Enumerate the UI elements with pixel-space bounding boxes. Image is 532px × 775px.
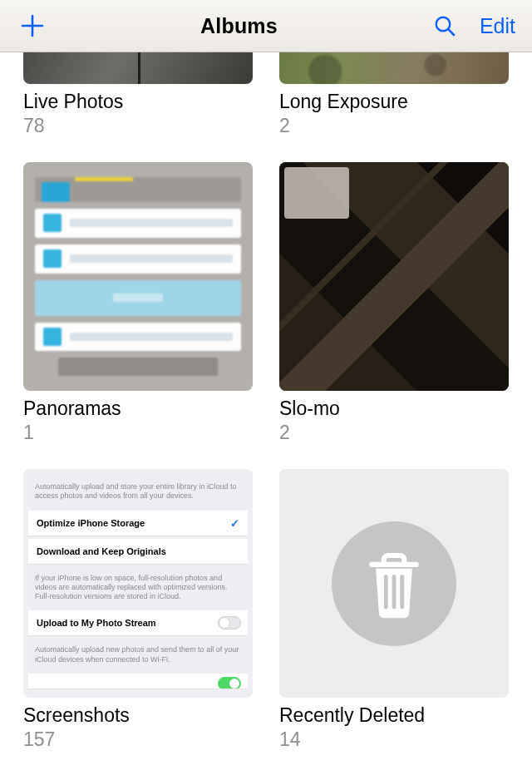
trash-icon <box>332 521 456 646</box>
thumb-text: If your iPhone is low on space, full-res… <box>28 567 248 609</box>
album-count: 2 <box>279 422 509 444</box>
album-title: Panoramas <box>23 397 253 420</box>
toggle-icon <box>218 677 241 689</box>
add-album-button[interactable] <box>20 13 45 38</box>
toggle-icon <box>218 616 241 629</box>
album-panoramas[interactable]: Panoramas 1 <box>23 162 253 444</box>
thumb-text: Automatically upload and store your enti… <box>28 476 248 508</box>
album-count: 78 <box>23 115 253 137</box>
album-live-photos[interactable]: Live Photos 78 <box>23 52 253 137</box>
page-title: Albums <box>200 14 278 38</box>
album-thumbnail <box>279 52 509 84</box>
album-count: 14 <box>279 728 509 751</box>
album-title: Slo-mo <box>279 397 509 420</box>
album-count: 157 <box>23 728 253 751</box>
albums-grid: Live Photos 78 Long Exposure 2 Panoramas <box>0 52 532 746</box>
navigation-bar: Albums Edit <box>0 0 532 52</box>
album-thumbnail: Automatically upload and store your enti… <box>23 469 253 698</box>
album-count: 1 <box>23 422 253 444</box>
thumb-text: Optimize iPhone Storage <box>28 511 248 536</box>
thumb-text <box>28 674 248 689</box>
album-title: Live Photos <box>23 91 253 113</box>
album-thumbnail <box>279 162 509 391</box>
thumb-text: Automatically upload new photos and send… <box>28 639 248 671</box>
edit-button[interactable]: Edit <box>480 14 515 38</box>
svg-line-1 <box>448 29 454 35</box>
album-title: Long Exposure <box>279 91 509 113</box>
album-title: Screenshots <box>23 704 253 727</box>
thumb-text: Download and Keep Originals <box>28 539 248 565</box>
album-thumbnail <box>23 162 253 391</box>
album-thumbnail <box>279 469 509 698</box>
album-long-exposure[interactable]: Long Exposure 2 <box>279 52 509 137</box>
thumb-label: Upload to My Photo Stream <box>37 618 156 628</box>
album-count: 2 <box>279 115 509 137</box>
search-button[interactable] <box>433 14 456 37</box>
album-screenshots[interactable]: Automatically upload and store your enti… <box>23 469 253 746</box>
album-recently-deleted[interactable]: Recently Deleted 14 <box>279 469 509 746</box>
album-slo-mo[interactable]: Slo-mo 2 <box>279 162 509 444</box>
album-thumbnail <box>23 52 253 84</box>
thumb-text: Upload to My Photo Stream <box>28 610 248 636</box>
album-title: Recently Deleted <box>279 704 509 727</box>
